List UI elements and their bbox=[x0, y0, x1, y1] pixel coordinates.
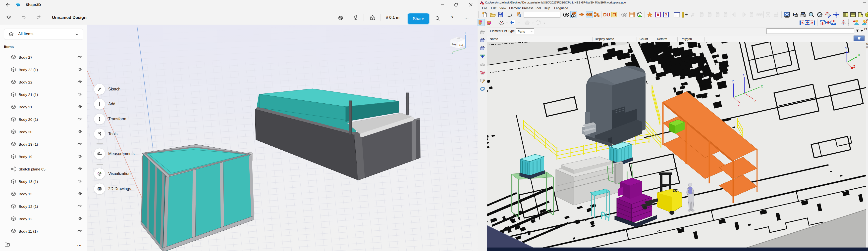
svg-text:Y: Y bbox=[732, 80, 734, 83]
svg-text:X: X bbox=[858, 53, 860, 57]
svg-text:Y: Y bbox=[743, 74, 745, 77]
svg-text:A: A bbox=[656, 13, 659, 17]
svg-text:Y: Y bbox=[845, 47, 847, 51]
svg-text:X: X bbox=[761, 85, 763, 88]
svg-text:Z: Z bbox=[853, 65, 855, 69]
svg-text:z: z bbox=[465, 32, 466, 35]
svg-text:F: F bbox=[613, 13, 615, 17]
svg-text:Q: Q bbox=[866, 19, 868, 22]
svg-text:Left: Left bbox=[459, 44, 463, 46]
svg-text:y: y bbox=[452, 51, 454, 54]
svg-text:Z: Z bbox=[738, 103, 740, 107]
svg-text:DU: DU bbox=[603, 12, 610, 17]
svg-text:Z: Z bbox=[754, 99, 756, 103]
svg-text:B: B bbox=[664, 13, 668, 17]
